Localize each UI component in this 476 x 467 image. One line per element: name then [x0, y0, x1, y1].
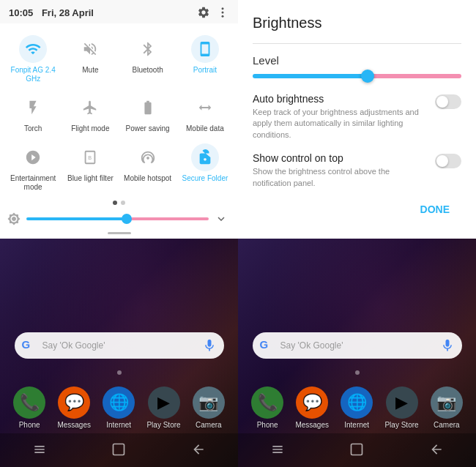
svg-rect-5	[114, 444, 124, 455]
entertainment-icon-wrap	[19, 143, 47, 171]
mobiledata-icon-wrap	[191, 94, 219, 122]
brightness-icon	[7, 212, 21, 225]
svg-point-2	[222, 15, 224, 18]
auto-brightness-name: Auto brightness	[253, 93, 428, 105]
torch-icon-wrap	[19, 94, 47, 122]
qs-hotspot-label: Mobile hotspot	[124, 174, 171, 183]
right-camera-icon: 📷	[431, 386, 463, 419]
mute-icon-wrap	[76, 35, 104, 63]
qs-bluetooth[interactable]: Bluetooth	[119, 29, 176, 88]
right-google-logo: G	[260, 338, 275, 353]
qs-torch[interactable]: Torch	[4, 88, 62, 138]
right-nav-back[interactable]	[426, 439, 447, 460]
auto-brightness-toggle[interactable]	[435, 94, 461, 109]
brightness-slider[interactable]	[26, 217, 209, 220]
playstore-icon: ▶	[148, 386, 180, 419]
mic-icon[interactable]	[202, 338, 217, 353]
qs-hotspot[interactable]: Mobile hotspot	[119, 138, 176, 196]
brightness-panel: Brightness Level Auto brightness Keep tr…	[238, 0, 476, 239]
settings-icon[interactable]	[197, 6, 210, 19]
left-messages-label: Messages	[57, 421, 91, 429]
qs-grid-row1: Fonpit AG 2.4 GHz Mute Bluetooth	[0, 26, 238, 199]
left-nav-recent[interactable]	[29, 439, 50, 460]
qs-flightmode-label: Flight mode	[71, 124, 109, 133]
auto-brightness-text: Auto brightness Keep track of your brigh…	[253, 93, 428, 141]
google-logo: G	[22, 338, 37, 353]
qs-powersaving[interactable]: Power saving	[119, 88, 176, 138]
dot-2	[121, 201, 125, 205]
qs-securefolder[interactable]: Secure Folder	[176, 138, 234, 196]
svg-point-1	[222, 12, 224, 14]
svg-point-0	[222, 7, 224, 10]
left-panel: 10:05 Fri, 28 April	[0, 0, 238, 467]
quick-settings: Fonpit AG 2.4 GHz Mute Bluetooth	[0, 23, 238, 239]
qs-wifi-label: Fonpit AG 2.4 GHz	[7, 66, 59, 83]
qs-mute[interactable]: Mute	[62, 29, 119, 88]
brightness-row	[0, 208, 238, 230]
right-nav-recent[interactable]	[267, 439, 288, 460]
divider-1	[253, 43, 461, 44]
left-app-playstore[interactable]: ▶ Play Store	[146, 386, 180, 429]
qs-wifi[interactable]: Fonpit AG 2.4 GHz	[4, 29, 62, 88]
brightness-title: Brightness	[253, 15, 461, 31]
brightness-thumb	[122, 214, 132, 224]
drag-handle	[0, 230, 238, 239]
right-app-camera[interactable]: 📷 Camera	[431, 386, 463, 429]
right-phone-icon: 📞	[251, 386, 283, 419]
right-playstore-icon: ▶	[386, 386, 418, 419]
qs-entertainment[interactable]: Entertainment mode	[4, 138, 62, 196]
qs-securefolder-label: Secure Folder	[182, 174, 228, 183]
left-nav-home[interactable]	[108, 439, 129, 460]
qs-portrait[interactable]: Portrait	[176, 29, 234, 88]
auto-brightness-desc: Keep track of your brightness adjustment…	[253, 107, 428, 141]
auto-brightness-row: Auto brightness Keep track of your brigh…	[253, 93, 461, 141]
right-home-dot	[355, 370, 360, 375]
show-control-row: Show control on top Show the brightness …	[253, 152, 461, 189]
internet-icon: 🌐	[103, 386, 135, 419]
right-messages-icon: 💬	[296, 386, 328, 419]
left-app-phone[interactable]: 📞 Phone	[13, 386, 45, 429]
show-control-text: Show control on top Show the brightness …	[253, 152, 428, 189]
drag-handle-bar	[108, 232, 131, 234]
dot-1	[113, 201, 117, 205]
level-slider[interactable]	[253, 74, 461, 78]
right-search-bar[interactable]: G Say 'Ok Google'	[253, 332, 462, 359]
flightmode-icon-wrap	[76, 94, 104, 122]
right-app-phone[interactable]: 📞 Phone	[251, 386, 283, 429]
left-search-bar[interactable]: G Say 'Ok Google'	[15, 332, 224, 359]
right-app-playstore[interactable]: ▶ Play Store	[384, 386, 418, 429]
qs-flightmode[interactable]: Flight mode	[62, 88, 119, 138]
left-app-messages[interactable]: 💬 Messages	[57, 386, 91, 429]
chevron-down-icon[interactable]	[215, 212, 228, 225]
qs-bluetooth-label: Bluetooth	[132, 66, 163, 75]
more-icon[interactable]	[216, 6, 229, 19]
left-dock: 📞 Phone 💬 Messages 🌐 Internet ▶ Play Sto…	[0, 379, 238, 433]
right-mic-icon[interactable]	[440, 338, 455, 353]
qs-bluelight[interactable]: B Blue light filter	[62, 138, 119, 196]
show-control-toggle[interactable]	[435, 154, 461, 168]
home-indicator-dot	[117, 370, 122, 375]
securefolder-icon-wrap	[191, 143, 219, 171]
qs-powersaving-label: Power saving	[126, 124, 170, 133]
qs-mobiledata[interactable]: Mobile data	[176, 88, 234, 138]
qs-portrait-label: Portrait	[193, 66, 217, 75]
level-thumb	[361, 70, 374, 83]
right-app-messages[interactable]: 💬 Messages	[295, 386, 329, 429]
left-app-camera[interactable]: 📷 Camera	[193, 386, 225, 429]
portrait-icon-wrap	[191, 35, 219, 63]
done-button[interactable]: DONE	[414, 201, 455, 218]
right-messages-label: Messages	[295, 421, 329, 429]
show-control-desc: Show the brightness control above the no…	[253, 166, 428, 189]
left-nav-bar	[0, 433, 238, 467]
left-app-internet[interactable]: 🌐 Internet	[103, 386, 135, 429]
bluetooth-icon-wrap	[134, 35, 162, 63]
left-internet-label: Internet	[106, 421, 131, 429]
left-nav-back[interactable]	[188, 439, 209, 460]
right-nav-home[interactable]	[346, 439, 367, 460]
left-home-screen: G Say 'Ok Google' 📞 Phone 💬 Messages 🌐 I…	[0, 239, 238, 467]
right-internet-icon: 🌐	[341, 386, 373, 419]
left-playstore-label: Play Store	[146, 421, 180, 429]
right-app-internet[interactable]: 🌐 Internet	[341, 386, 373, 429]
brightness-track	[26, 217, 209, 220]
status-icons	[197, 6, 229, 19]
